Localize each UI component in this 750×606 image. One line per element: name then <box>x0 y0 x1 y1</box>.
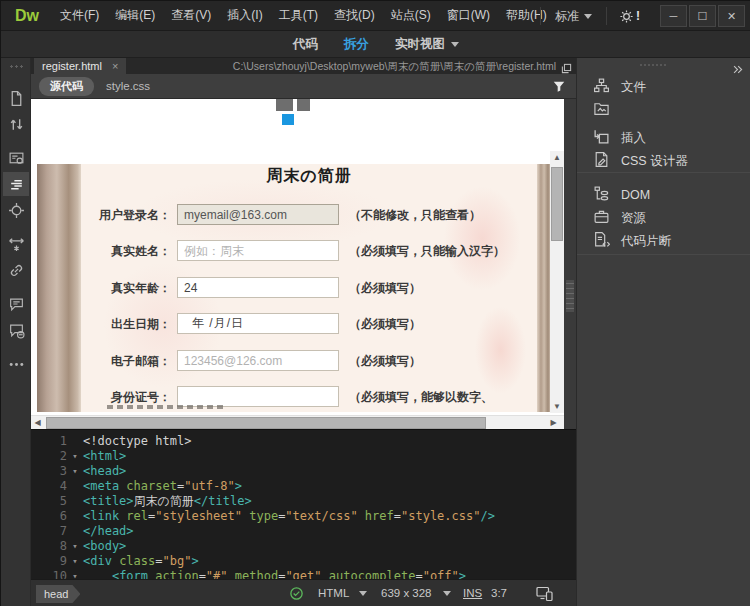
field-label: 真实年龄： <box>71 277 171 299</box>
code-line-7[interactable]: 7</head> <box>31 524 576 539</box>
field-input-6[interactable] <box>177 386 339 407</box>
tag-selector-head[interactable]: head <box>36 585 80 603</box>
view-size-selector[interactable]: 639 x 328 <box>381 587 432 599</box>
more-options-icon[interactable] <box>3 352 29 376</box>
menu-2[interactable]: 编辑(E) <box>108 3 162 28</box>
code-line-3[interactable]: 3▾<head> <box>31 464 576 479</box>
chevron-down-icon <box>584 14 592 19</box>
remove-comment-icon[interactable] <box>3 318 29 342</box>
code-line-2[interactable]: 2▾<html> <box>31 449 576 464</box>
panel-tab-资源[interactable]: 资源 <box>577 207 750 229</box>
vertical-scrollbar[interactable]: ▲ ▼ <box>550 151 564 413</box>
horizontal-scrollbar[interactable]: ◀ ▶ <box>31 415 564 429</box>
tab-close-icon[interactable]: × <box>112 60 118 72</box>
scroll-down-icon[interactable]: ▼ <box>550 400 564 413</box>
horizontal-scroll-thumb[interactable] <box>46 417 486 429</box>
insert-panel-icon <box>593 128 610 145</box>
filter-icon[interactable] <box>552 79 566 97</box>
insert-mode-indicator[interactable]: INS <box>463 587 482 599</box>
chevron-down-icon <box>451 42 459 47</box>
field-note: （必须填写，能够以数字、 <box>349 386 493 408</box>
doctype-selector[interactable]: HTML <box>318 587 349 599</box>
panel-tab-插入[interactable]: 插入 <box>577 127 750 149</box>
menu-8[interactable]: 窗口(W) <box>440 3 497 28</box>
device-preview-icon[interactable] <box>536 585 554 606</box>
scroll-up-icon[interactable]: ▲ <box>550 151 564 164</box>
panel-separator <box>577 254 750 255</box>
divider <box>540 7 541 25</box>
chevron-down-icon <box>443 591 451 596</box>
line-number: 9 <box>31 554 67 569</box>
menu-3[interactable]: 查看(V) <box>164 3 218 28</box>
vertical-scroll-thumb[interactable] <box>551 167 563 241</box>
code-line-5[interactable]: 5<title>周末の简册</title> <box>31 494 576 509</box>
code-text: <div class="bg"> <box>83 554 576 569</box>
tab-register-html[interactable]: register.html × <box>34 58 126 74</box>
code-line-9[interactable]: 9▾<div class="bg"> <box>31 554 576 569</box>
splitter-grip[interactable] <box>565 274 575 318</box>
field-note: （必须填写） <box>349 277 421 299</box>
workspace-selector[interactable]: 标准 <box>545 8 602 25</box>
maximize-button[interactable]: ☐ <box>689 5 716 27</box>
gear-icon <box>619 9 634 24</box>
field-input-5[interactable] <box>177 350 339 371</box>
inspect-icon[interactable] <box>3 198 29 222</box>
expand-all-icon[interactable] <box>3 232 29 256</box>
panel-tab-CSS 设计器[interactable]: CSS 设计器 <box>577 150 750 172</box>
minimize-button[interactable]: ─ <box>660 5 687 27</box>
code-text: <!doctype html> <box>83 434 576 449</box>
form-row-1: 用户登录名：（不能修改，只能查看） <box>31 204 576 226</box>
scroll-right-icon[interactable]: ▶ <box>547 416 560 429</box>
format-source-icon[interactable] <box>3 172 29 196</box>
panel-tab-libraries[interactable] <box>577 99 750 121</box>
line-number: 7 <box>31 524 67 539</box>
dreamweaver-logo[interactable]: Dw <box>15 7 39 25</box>
related-file-style-css[interactable]: style.css <box>106 80 150 92</box>
line-number: 6 <box>31 509 67 524</box>
view-mode-拆分[interactable]: 拆分 <box>344 36 369 53</box>
panel-tab-文件[interactable]: 文件 <box>577 76 750 98</box>
code-line-4[interactable]: 4<meta charset="utf-8"> <box>31 479 576 494</box>
code-fold-icon[interactable]: ▾ <box>67 464 83 479</box>
field-input-3[interactable] <box>177 277 339 298</box>
panel-grip[interactable] <box>639 63 667 68</box>
source-code-button[interactable]: 源代码 <box>39 77 94 96</box>
code-line-8[interactable]: 8▾<body> <box>31 539 576 554</box>
code-text: <link rel="stylesheet" type="text/css" h… <box>83 509 576 524</box>
code-editor[interactable]: 1<!doctype html>2▾<html>3▾<head>4<meta c… <box>31 429 576 579</box>
menu-4[interactable]: 插入(I) <box>220 3 269 28</box>
live-code-icon[interactable] <box>3 146 29 170</box>
open-file-icon[interactable] <box>3 86 29 110</box>
snippets-icon <box>593 231 610 248</box>
view-mode-实时视图[interactable]: 实时视图 <box>395 36 459 53</box>
code-line-10[interactable]: 10▾ <form action="#" method="get" autoco… <box>31 569 576 579</box>
menu-6[interactable]: 查找(D) <box>327 3 382 28</box>
panel-tab-代码片断[interactable]: 代码片断 <box>577 230 750 252</box>
code-line-1[interactable]: 1<!doctype html> <box>31 434 576 449</box>
sync-settings-button[interactable]: ! <box>611 9 648 24</box>
menu-5[interactable]: 工具(T) <box>272 3 325 28</box>
field-input-4[interactable] <box>177 313 339 334</box>
scroll-left-icon[interactable]: ◀ <box>31 416 44 429</box>
code-fold-icon[interactable]: ▾ <box>67 539 83 554</box>
line-number: 1 <box>31 434 67 449</box>
menu-1[interactable]: 文件(F) <box>53 3 106 28</box>
close-button[interactable]: ✕ <box>718 5 745 27</box>
code-fold-icon[interactable]: ▾ <box>67 569 83 579</box>
file-path: C:\Users\zhouyj\Desktop\myweb\周末の简册\周末の简… <box>233 60 556 74</box>
field-input-2[interactable] <box>177 240 339 261</box>
panel-tab-DOM[interactable]: DOM <box>577 184 750 206</box>
check-links-icon[interactable] <box>3 258 29 282</box>
field-label: 出生日期： <box>71 313 171 335</box>
menubar: 文件(F)编辑(E)查看(V)插入(I)工具(T)查找(D)站点(S)窗口(W)… <box>53 3 554 28</box>
panel-splitter[interactable] <box>564 99 576 429</box>
code-fold-icon[interactable]: ▾ <box>67 449 83 464</box>
line-number: 5 <box>31 494 67 509</box>
menu-7[interactable]: 站点(S) <box>384 3 438 28</box>
view-mode-代码[interactable]: 代码 <box>293 36 318 53</box>
file-management-icon[interactable] <box>3 112 29 136</box>
apply-comment-icon[interactable] <box>3 292 29 316</box>
code-fold-icon[interactable]: ▾ <box>67 554 83 569</box>
code-line-6[interactable]: 6<link rel="stylesheet" type="text/css" … <box>31 509 576 524</box>
toolbar-grip[interactable] <box>9 64 24 70</box>
